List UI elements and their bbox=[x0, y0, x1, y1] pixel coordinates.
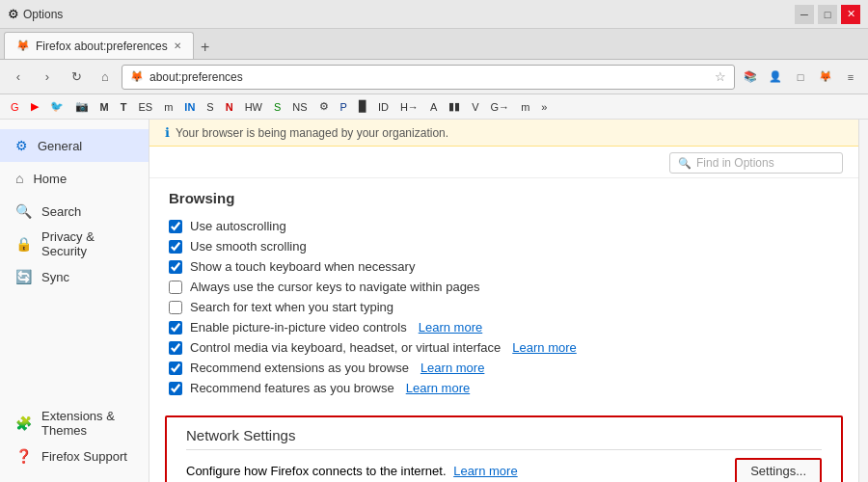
bookmark-19[interactable]: G→ bbox=[486, 97, 515, 117]
recommend-extensions-checkbox[interactable] bbox=[169, 362, 182, 375]
bookmark-g[interactable]: G bbox=[6, 97, 24, 117]
bookmark-8[interactable]: HW bbox=[240, 97, 267, 117]
checkbox-row-ext: Recommend extensions as you browse Learn… bbox=[169, 358, 839, 378]
content-area: ℹ Your browser is being managed by your … bbox=[149, 120, 858, 482]
tab-favicon: 🦊 bbox=[16, 40, 30, 52]
sidebar-toggle-button[interactable]: 📚 bbox=[739, 66, 762, 89]
media-keyboard-checkbox[interactable] bbox=[169, 341, 182, 355]
bookmark-16[interactable]: A bbox=[425, 97, 442, 117]
minimize-button[interactable]: ─ bbox=[795, 5, 814, 24]
pip-checkbox[interactable] bbox=[169, 321, 182, 335]
bookmark-m[interactable]: M bbox=[95, 97, 114, 117]
bookmark-overflow[interactable]: » bbox=[536, 97, 552, 117]
search-icon: 🔍 bbox=[15, 203, 32, 219]
bookmark-13[interactable]: ▉ bbox=[354, 97, 371, 117]
forward-button[interactable]: › bbox=[35, 65, 60, 90]
smooth-scrolling-checkbox[interactable] bbox=[169, 240, 182, 254]
bookmark-4[interactable]: m bbox=[159, 97, 177, 117]
back-button[interactable]: ‹ bbox=[6, 65, 31, 90]
bookmark-18[interactable]: V bbox=[467, 97, 483, 117]
new-tab-button[interactable]: + bbox=[194, 36, 217, 59]
bookmark-12[interactable]: P bbox=[336, 97, 352, 117]
autoscroll-checkbox[interactable] bbox=[169, 220, 182, 233]
checkbox-row-pip: Enable picture-in-picture video controls… bbox=[169, 317, 839, 337]
media-keyboard-label: Control media via keyboard, headset, or … bbox=[190, 340, 501, 355]
bookmark-t[interactable]: T bbox=[116, 97, 132, 117]
bookmark-more[interactable]: ES bbox=[133, 97, 157, 117]
address-text: about:preferences bbox=[149, 70, 709, 84]
recommend-features-label: Recommend features as you browse bbox=[190, 381, 394, 395]
container-icon[interactable]: □ bbox=[789, 66, 812, 89]
touch-keyboard-checkbox[interactable] bbox=[169, 260, 182, 274]
sync-icon[interactable]: 👤 bbox=[764, 66, 787, 89]
bookmark-9[interactable]: S bbox=[269, 97, 285, 117]
sidebar-item-extensions[interactable]: 🧩 Extensions & Themes bbox=[0, 407, 149, 440]
bookmark-insta[interactable]: 📷 bbox=[70, 97, 94, 117]
cursor-keys-checkbox[interactable] bbox=[169, 281, 182, 294]
sidebar-item-home[interactable]: ⌂ Home bbox=[0, 162, 149, 195]
maximize-button[interactable]: □ bbox=[818, 5, 837, 24]
network-settings-title: Network Settings bbox=[186, 427, 822, 450]
active-tab[interactable]: 🦊 Firefox about:preferences ✕ bbox=[4, 32, 194, 59]
nav-end-icons: 📚 👤 □ 🦊 ≡ bbox=[739, 66, 862, 89]
home-icon: ⌂ bbox=[15, 171, 23, 186]
network-settings-section: Network Settings Configure how Firefox c… bbox=[165, 415, 843, 482]
checkbox-row-feat: Recommend features as you browse Learn m… bbox=[169, 378, 839, 398]
smooth-scrolling-label: Use smooth scrolling bbox=[190, 239, 307, 254]
reload-button[interactable]: ↻ bbox=[64, 65, 89, 90]
sidebar-item-sync[interactable]: 🔄 Sync bbox=[0, 260, 149, 293]
support-icon: ❓ bbox=[15, 448, 32, 464]
firefox-account-icon[interactable]: 🦊 bbox=[814, 66, 837, 89]
network-learn-more-link[interactable]: Learn more bbox=[453, 464, 517, 478]
sidebar-item-general-label: General bbox=[38, 139, 82, 153]
browser-icon: 🦊 bbox=[130, 70, 144, 83]
find-in-options-box[interactable]: 🔍 Find in Options bbox=[669, 152, 843, 174]
sidebar-item-search[interactable]: 🔍 Search bbox=[0, 195, 149, 228]
bookmark-5[interactable]: IN bbox=[179, 97, 200, 117]
extensions-icon: 🧩 bbox=[15, 415, 32, 431]
ext-learn-more-link[interactable]: Learn more bbox=[420, 361, 484, 375]
bookmark-15[interactable]: H→ bbox=[395, 97, 423, 117]
sidebar-item-support-label: Firefox Support bbox=[41, 449, 127, 464]
bookmark-10[interactable]: NS bbox=[287, 97, 312, 117]
address-bar[interactable]: 🦊 about:preferences ☆ bbox=[122, 65, 735, 90]
sidebar-item-sync-label: Sync bbox=[41, 270, 69, 284]
search-text-label: Search for text when you start typing bbox=[190, 300, 393, 314]
sidebar-item-support[interactable]: ❓ Firefox Support bbox=[0, 440, 149, 472]
bookmark-17[interactable]: ▮▮ bbox=[444, 97, 465, 117]
sidebar-item-home-label: Home bbox=[33, 172, 67, 186]
app-icon: ⚙ bbox=[8, 7, 19, 21]
checkbox-row-cursor: Always use the cursor keys to navigate w… bbox=[169, 277, 839, 297]
bookmark-14[interactable]: ID bbox=[373, 97, 393, 117]
bookmark-11[interactable]: ⚙ bbox=[314, 97, 334, 117]
feat-learn-more-link[interactable]: Learn more bbox=[406, 381, 470, 395]
scrollbar[interactable] bbox=[858, 120, 868, 482]
bookmark-star-icon[interactable]: ☆ bbox=[715, 69, 726, 84]
media-learn-more-link[interactable]: Learn more bbox=[512, 340, 576, 355]
bookmark-7[interactable]: N bbox=[221, 97, 238, 117]
bookmark-20[interactable]: m bbox=[516, 97, 534, 117]
bookmark-yt[interactable]: ▶ bbox=[26, 97, 43, 117]
close-button[interactable]: ✕ bbox=[841, 5, 860, 24]
cursor-keys-label: Always use the cursor keys to navigate w… bbox=[190, 280, 480, 294]
sidebar-item-general[interactable]: ⚙ General bbox=[0, 129, 149, 162]
info-icon: ℹ bbox=[165, 125, 170, 140]
sidebar-item-privacy[interactable]: 🔒 Privacy & Security bbox=[0, 228, 149, 260]
bookmark-6[interactable]: S bbox=[202, 97, 218, 117]
tab-close-button[interactable]: ✕ bbox=[174, 40, 181, 51]
touch-keyboard-label: Show a touch keyboard when necessary bbox=[190, 259, 415, 274]
sidebar-item-search-label: Search bbox=[41, 204, 81, 219]
search-text-checkbox[interactable] bbox=[169, 301, 182, 314]
info-banner-text: Your browser is being managed by your or… bbox=[176, 126, 448, 140]
network-settings-button[interactable]: Settings... bbox=[735, 458, 822, 482]
pip-learn-more-link[interactable]: Learn more bbox=[419, 320, 482, 335]
title-bar-title: Options bbox=[19, 8, 795, 21]
content-header: 🔍 Find in Options bbox=[149, 147, 858, 178]
checkbox-row-autoscroll: Use autoscrolling bbox=[169, 216, 839, 236]
checkbox-row-searchtext: Search for text when you start typing bbox=[169, 297, 839, 317]
home-button[interactable]: ⌂ bbox=[93, 65, 118, 90]
bookmark-tw[interactable]: 🐦 bbox=[45, 97, 68, 117]
recommend-features-checkbox[interactable] bbox=[169, 382, 182, 395]
menu-button[interactable]: ≡ bbox=[839, 66, 862, 89]
browsing-title: Browsing bbox=[169, 190, 839, 206]
